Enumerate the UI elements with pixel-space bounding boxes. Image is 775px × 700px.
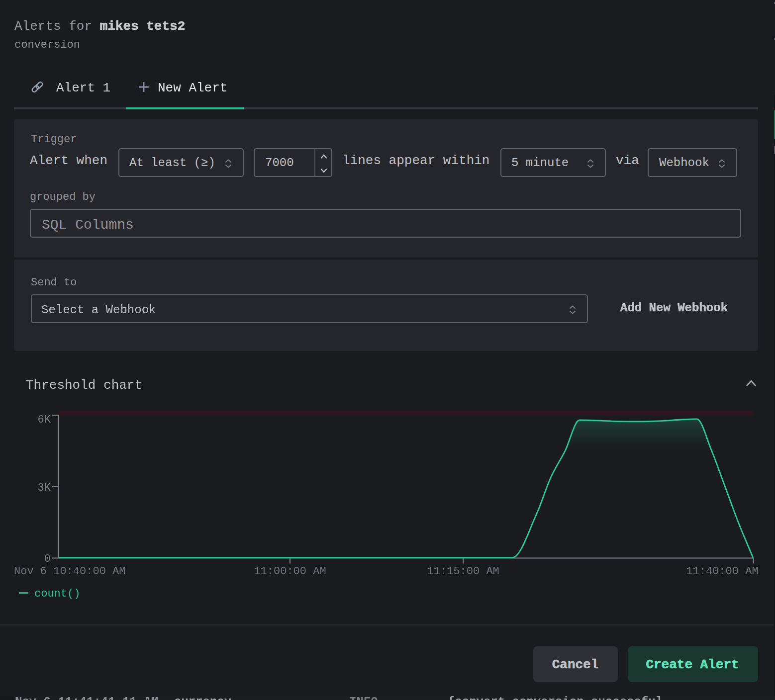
svg-text:11:15:00 AM: 11:15:00 AM [427,565,499,578]
svg-text:count(): count() [34,588,80,600]
svg-text:3K: 3K [38,482,51,494]
svg-text:11:40:00 AM: 11:40:00 AM [686,565,758,578]
svg-text:11:00:00 AM: 11:00:00 AM [254,565,326,578]
svg-text:0: 0 [44,553,51,565]
svg-text:Nov 6 10:40:00 AM: Nov 6 10:40:00 AM [14,565,125,578]
svg-text:6K: 6K [38,414,51,426]
